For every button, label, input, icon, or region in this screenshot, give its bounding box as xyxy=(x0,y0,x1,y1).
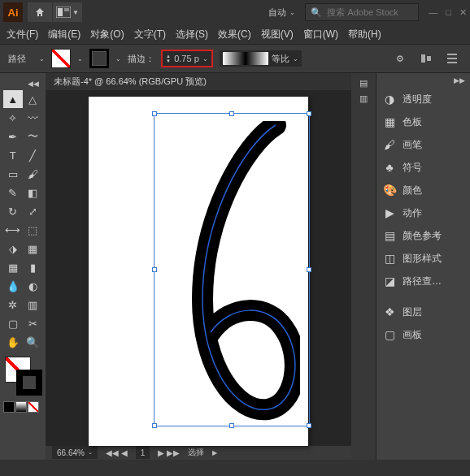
panel-layers[interactable]: ❖图层 xyxy=(376,301,470,323)
home-button[interactable] xyxy=(28,2,52,22)
document-tab[interactable]: 未标题-4* @ 66.64% (RGB/GPU 预览) xyxy=(46,73,351,90)
sliders-icon: ⚙ xyxy=(396,54,404,64)
eyedropper-tool[interactable]: 💧 xyxy=(3,277,23,295)
free-transform-tool[interactable]: ⬚ xyxy=(24,221,43,239)
rectangle-tool[interactable]: ▭ xyxy=(3,165,23,183)
page-nav-prev[interactable]: ◀◀ ◀ xyxy=(106,448,128,457)
menu-effect[interactable]: 效果(C) xyxy=(218,28,251,41)
minimize-button[interactable]: — xyxy=(429,7,437,18)
panel-actions[interactable]: ▶动作 xyxy=(376,201,470,224)
menu-window[interactable]: 窗口(W) xyxy=(303,28,338,41)
svg-rect-3 xyxy=(421,54,425,63)
rotate-tool[interactable]: ↻ xyxy=(3,202,23,220)
svg-rect-2 xyxy=(64,8,69,11)
panel-brushes[interactable]: 🖌画笔 xyxy=(376,133,470,156)
page-nav-next[interactable]: ▶ ▶▶ xyxy=(158,448,180,457)
shape-builder-tool[interactable]: ⬗ xyxy=(3,240,23,257)
brushes-icon: 🖌 xyxy=(383,138,396,151)
svg-rect-1 xyxy=(58,8,63,16)
gradient-tool[interactable]: ▮ xyxy=(24,258,43,276)
lasso-tool[interactable]: 〰 xyxy=(24,109,43,127)
transparency-icon: ◑ xyxy=(383,93,396,106)
artboard-number[interactable]: 1 xyxy=(136,446,150,459)
chevron-down-icon: ⌄ xyxy=(289,9,295,16)
expand-icon[interactable]: ▶▶ xyxy=(454,76,465,84)
menu-type[interactable]: 文字(T) xyxy=(134,28,166,41)
svg-rect-4 xyxy=(427,56,431,61)
hand-tool[interactable]: ✋ xyxy=(3,333,23,351)
prefs-button[interactable]: ⚙ xyxy=(390,49,410,68)
canvas[interactable]: 描边粗细 xyxy=(46,90,351,446)
menu-help[interactable]: 帮助(H) xyxy=(348,28,381,41)
menu-edit[interactable]: 编辑(E) xyxy=(48,28,81,41)
chevron-down-icon[interactable]: ⌄ xyxy=(77,55,83,63)
layout-auto-dropdown[interactable]: 自动 ⌄ xyxy=(268,6,295,19)
direct-selection-tool[interactable]: △ xyxy=(24,90,43,108)
graph-tool[interactable]: ▥ xyxy=(24,296,43,314)
close-button[interactable]: ✕ xyxy=(459,7,467,18)
menu-icon xyxy=(444,50,460,67)
artboard-tool[interactable]: ▢ xyxy=(3,314,23,332)
menu-select[interactable]: 选择(S) xyxy=(176,28,208,41)
menu-view[interactable]: 视图(V) xyxy=(261,28,294,41)
panel-transparency[interactable]: ◑透明度 xyxy=(376,88,470,110)
selection-tool[interactable]: ▲ xyxy=(3,90,23,108)
eraser-tool[interactable]: ◧ xyxy=(24,184,43,201)
stroke-indicator[interactable] xyxy=(16,370,42,396)
panel-colorguide[interactable]: ▤颜色参考 xyxy=(376,224,470,247)
collapse-icon[interactable]: ◀◀ xyxy=(28,80,39,88)
symbol-sprayer-tool[interactable]: ✲ xyxy=(3,296,23,314)
zoom-level[interactable]: 66.64% ⌄ xyxy=(52,446,98,459)
brush-tool[interactable]: 🖌 xyxy=(24,165,43,183)
panel-symbols[interactable]: ♣符号 xyxy=(376,156,470,179)
fill-color-swatch[interactable] xyxy=(51,49,71,68)
search-icon: 🔍 xyxy=(311,7,322,18)
align-button[interactable] xyxy=(416,49,436,68)
menu-file[interactable]: 文件(F) xyxy=(7,28,38,41)
artwork-six-glyph xyxy=(162,121,300,422)
libraries-icon[interactable]: ▥ xyxy=(359,93,368,104)
artboards-icon: ▢ xyxy=(383,328,396,341)
app-logo: Ai xyxy=(3,2,23,22)
perspective-tool[interactable]: ▦ xyxy=(24,240,43,257)
swatches-icon: ▦ xyxy=(383,115,396,128)
pen-tool[interactable]: ✒ xyxy=(3,128,23,145)
variable-width-profile[interactable]: 等比 ⌄ xyxy=(220,50,302,67)
blend-tool[interactable]: ◐ xyxy=(24,277,43,295)
properties-icon[interactable]: ▤ xyxy=(359,78,368,89)
chevron-down-icon[interactable]: ⌄ xyxy=(115,55,121,63)
chevron-down-icon[interactable]: ⌄ xyxy=(39,55,45,63)
curvature-tool[interactable]: 〜 xyxy=(24,128,43,145)
mesh-tool[interactable]: ▦ xyxy=(3,258,23,276)
color-mode[interactable] xyxy=(3,401,15,413)
gradient-mode[interactable] xyxy=(15,401,27,413)
slice-tool[interactable]: ✂ xyxy=(24,314,43,332)
panel-menu-button[interactable] xyxy=(442,49,462,68)
workspace-layout-button[interactable]: ▼ xyxy=(53,2,82,22)
maximize-button[interactable]: □ xyxy=(446,7,451,18)
menu-object[interactable]: 对象(O) xyxy=(90,28,124,41)
panel-artboards[interactable]: ▢画板 xyxy=(376,323,470,346)
shaper-tool[interactable]: ✎ xyxy=(3,184,23,201)
stroke-weight-input[interactable]: ▲▼ 0.75 p ⌄ xyxy=(161,50,213,67)
type-tool[interactable]: T xyxy=(3,146,23,164)
scale-tool[interactable]: ⤢ xyxy=(24,202,43,220)
search-stock-input[interactable]: 🔍 搜索 Adobe Stock xyxy=(305,3,419,21)
zoom-tool[interactable]: 🔍 xyxy=(24,333,43,351)
panel-color[interactable]: 🎨颜色 xyxy=(376,179,470,201)
stroke-color-swatch[interactable] xyxy=(89,49,109,68)
selection-type-label: 路径 xyxy=(8,53,26,65)
magic-wand-tool[interactable]: ✧ xyxy=(3,109,23,127)
line-tool[interactable]: ╱ xyxy=(24,146,43,164)
actions-icon: ▶ xyxy=(383,206,396,219)
graphicstyles-icon: ◫ xyxy=(383,252,396,265)
artboard xyxy=(89,97,308,446)
none-mode[interactable] xyxy=(28,401,39,413)
panel-swatches[interactable]: ▦色板 xyxy=(376,110,470,133)
status-chevron[interactable]: ▶ xyxy=(212,449,217,457)
pathfinder-icon: ◪ xyxy=(383,275,396,288)
panel-pathfinder[interactable]: ◪路径查… xyxy=(376,270,470,292)
panel-graphicstyles[interactable]: ◫图形样式 xyxy=(376,247,470,270)
width-tool[interactable]: ⟷ xyxy=(3,221,23,239)
colorguide-icon: ▤ xyxy=(383,229,396,242)
